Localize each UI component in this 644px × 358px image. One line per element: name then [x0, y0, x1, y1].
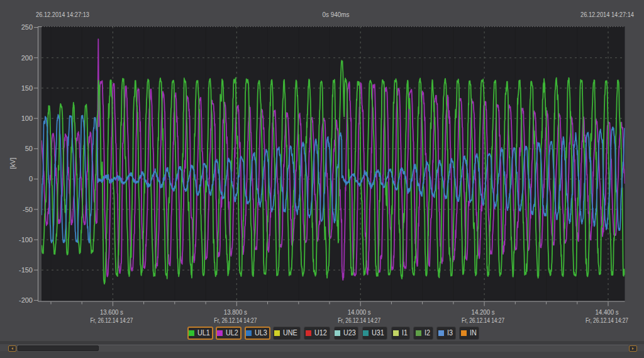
svg-text:-50: -50 [23, 206, 33, 213]
svg-text:0: 0 [29, 175, 33, 182]
svg-text:-200: -200 [19, 296, 33, 304]
svg-text:250: 250 [21, 23, 33, 31]
svg-text:13.600 s: 13.600 s [100, 308, 123, 316]
svg-text:Fr, 26.12.14 14:27: Fr, 26.12.14 14:27 [90, 316, 133, 324]
svg-text:26.12.2014 14:27:14: 26.12.2014 14:27:14 [580, 11, 634, 18]
svg-text:14.200 s: 14.200 s [472, 308, 495, 316]
svg-text:200: 200 [21, 54, 33, 62]
svg-text:-100: -100 [19, 236, 33, 243]
svg-text:14.000 s: 14.000 s [348, 308, 371, 316]
svg-text:100: 100 [21, 115, 33, 122]
svg-text:0s 940ms: 0s 940ms [323, 11, 350, 18]
svg-text:150: 150 [21, 84, 33, 92]
svg-text:Fr, 26.12.14 14:27: Fr, 26.12.14 14:27 [462, 316, 504, 324]
svg-text:Fr, 26.12.14 14:27: Fr, 26.12.14 14:27 [338, 316, 380, 324]
svg-text:Fr, 26.12.14 14:27: Fr, 26.12.14 14:27 [214, 316, 257, 324]
svg-text:26.12.2014 14:27:13: 26.12.2014 14:27:13 [36, 11, 89, 18]
svg-text:Fr, 26.12.14 14:27: Fr, 26.12.14 14:27 [586, 316, 628, 324]
svg-text:14.400 s: 14.400 s [596, 308, 619, 316]
svg-text:13.800 s: 13.800 s [224, 308, 247, 316]
svg-text:-150: -150 [19, 266, 33, 274]
svg-text:[kV]: [kV] [9, 157, 16, 169]
svg-text:50: 50 [25, 145, 33, 152]
